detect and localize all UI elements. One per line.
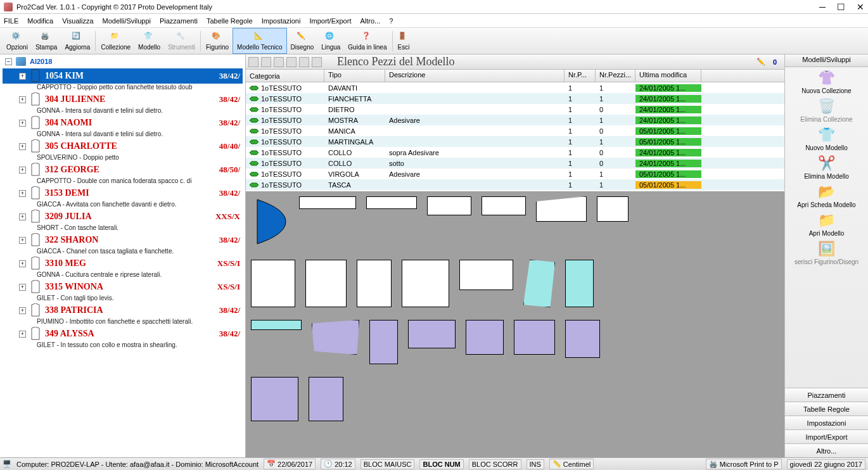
- status-numlock: BLOC NUM: [419, 459, 463, 469]
- model-row[interactable]: + 305 CHARLOTTE 40/40/: [3, 139, 243, 154]
- right-action-apri-modello[interactable]: 📁Apri Modello: [788, 212, 865, 237]
- menu-modellisviluppi[interactable]: Modelli/Sviluppi: [103, 17, 151, 25]
- table-row[interactable]: 1oTESSUTO DAVANTI 1 1 24/01/2005 1...: [246, 82, 784, 93]
- expand-icon[interactable]: +: [19, 120, 26, 127]
- minimize-button[interactable]: ─: [819, 2, 826, 12]
- tool-opzioni[interactable]: ⚙️Opzioni: [3, 28, 32, 54]
- tool-lingua[interactable]: 🌐Lingua: [317, 28, 344, 54]
- model-row[interactable]: + 304 JULIENNE 38/42/: [3, 92, 243, 107]
- model-name: 304 JULIENNE: [45, 94, 105, 105]
- col-descrizione[interactable]: Descrizione: [385, 70, 565, 82]
- expand-icon[interactable]: +: [19, 237, 26, 244]
- col-categoria[interactable]: Categoria: [246, 70, 324, 82]
- expand-icon[interactable]: +: [19, 213, 26, 220]
- mini-tool-1[interactable]: [248, 57, 258, 67]
- table-row[interactable]: 1oTESSUTO COLLO sotto 1 0 24/01/2005 1..…: [246, 158, 784, 168]
- cell-categoria: 1oTESSUTO: [246, 149, 324, 156]
- cell-modifica: 05/01/2005 1...: [635, 181, 701, 189]
- maximize-button[interactable]: ☐: [837, 2, 845, 12]
- menu-tabelleregole[interactable]: Tabelle Regole: [207, 17, 253, 25]
- table-row[interactable]: 1oTESSUTO FIANCHETTA 1 1 24/01/2005 1...: [246, 93, 784, 104]
- model-row[interactable]: + 3310 MEG XS/S/I: [3, 256, 243, 271]
- right-button-altro---[interactable]: Altro...: [785, 443, 868, 457]
- model-description: PIUMINO - Imbottito con fianchette e spa…: [3, 318, 243, 325]
- mini-print-icon[interactable]: [299, 57, 309, 67]
- menu-impostazioni[interactable]: Impostazioni: [262, 17, 301, 25]
- modello tecnico-icon: 📐: [254, 32, 265, 43]
- model-row[interactable]: + 322 SHARON 38/42/: [3, 232, 243, 248]
- model-row[interactable]: + 3153 DEMI 38/42/: [3, 186, 243, 201]
- mini-tool-3[interactable]: [274, 57, 284, 67]
- cell-categoria: 1oTESSUTO: [246, 95, 324, 103]
- tool-collezione[interactable]: 📁Collezione: [97, 28, 134, 54]
- right-action-nuovo-modello[interactable]: 👕Nuovo Modello: [788, 127, 865, 151]
- cell-nrpezzi: 0: [596, 106, 635, 113]
- menu-modifica[interactable]: Modifica: [27, 17, 53, 25]
- tool-disegno[interactable]: ✏️Disegno: [287, 28, 318, 54]
- expand-icon[interactable]: +: [19, 284, 26, 291]
- table-row[interactable]: 1oTESSUTO TASCA 1 1 05/01/2005 1...: [246, 179, 784, 190]
- model-row[interactable]: + 312 GEORGE 48/50/: [3, 162, 243, 177]
- expand-icon[interactable]: +: [19, 331, 26, 338]
- table-row[interactable]: 1oTESSUTO MANICA 1 0 05/01/2005 1...: [246, 125, 784, 136]
- right-action-apri-scheda-modello[interactable]: 📂Apri Scheda Modello: [788, 184, 865, 208]
- menu-visualizza[interactable]: Visualizza: [62, 17, 93, 25]
- cell-nrp: 1: [565, 95, 596, 103]
- model-row[interactable]: + 1054 KIM 38/42/: [3, 68, 243, 84]
- model-row[interactable]: + 338 PATRICIA 38/42/: [3, 303, 243, 318]
- tool-figurino[interactable]: 🎨Figurino: [202, 28, 233, 54]
- expand-icon[interactable]: +: [19, 260, 26, 267]
- mini-tool-2[interactable]: [261, 57, 271, 67]
- model-row[interactable]: + 304 NAOMI 38/42/: [3, 115, 243, 130]
- right-action-nuova-collezione[interactable]: 👚Nuova Collezione: [788, 70, 865, 94]
- close-button[interactable]: ✕: [857, 2, 864, 12]
- menu-[interactable]: ?: [389, 17, 393, 25]
- tool-stampa[interactable]: 🖨️Stampa: [32, 28, 61, 54]
- right-button-piazzamenti[interactable]: Piazzamenti: [785, 388, 868, 402]
- table-row[interactable]: 1oTESSUTO MARTINGALA 1 1 05/01/2005 1...: [246, 136, 784, 147]
- pencil-icon[interactable]: ✏️: [756, 58, 765, 66]
- collapse-icon[interactable]: −: [5, 58, 12, 65]
- table-row[interactable]: 1oTESSUTO COLLO sopra Adesivare 1 0 24/0…: [246, 147, 784, 158]
- col-ultimamodifica[interactable]: Ultima modifica: [635, 70, 701, 82]
- menu-piazzamenti[interactable]: Piazzamenti: [160, 17, 198, 25]
- expand-icon[interactable]: +: [19, 143, 26, 150]
- tool-modello-tecnico[interactable]: 📐Modello Tecnico: [233, 28, 287, 54]
- tool-aggiorna[interactable]: 🔄Aggiorna: [61, 28, 94, 54]
- cell-nrpezzi: 1: [596, 95, 635, 103]
- expand-icon[interactable]: +: [19, 190, 26, 197]
- model-description: SHORT - Con tasche laterali.: [3, 224, 243, 231]
- expand-icon[interactable]: +: [19, 307, 26, 314]
- titlebar: Pro2Cad Ver. 1.0.1 - Copyright © 2017 Pr…: [0, 0, 868, 14]
- table-row[interactable]: 1oTESSUTO DIETRO 1 0 24/01/2005 1...: [246, 104, 784, 115]
- right-button-impostazioni[interactable]: Impostazioni: [785, 416, 868, 429]
- right-button-import-export[interactable]: Import/Export: [785, 429, 868, 443]
- pieces-title: Elenco Pezzi del Modello: [337, 55, 754, 68]
- menu-importexport[interactable]: Import/Export: [309, 17, 351, 25]
- strumenti-icon: 🔧: [176, 32, 188, 43]
- col-nrpezzi[interactable]: Nr.Pezzi...: [596, 70, 635, 82]
- model-row[interactable]: + 349 ALYSSA 38/42/: [3, 326, 243, 341]
- mini-tool-4[interactable]: [286, 57, 297, 67]
- collection-root[interactable]: − AI2018: [3, 57, 243, 66]
- right-button-tabelle-regole[interactable]: Tabelle Regole: [785, 402, 868, 416]
- garment-icon: [29, 327, 42, 341]
- col-nrp[interactable]: Nr.P...: [565, 70, 596, 82]
- tool-modello[interactable]: 👕Modello: [134, 28, 164, 54]
- pattern-preview[interactable]: [246, 191, 784, 457]
- model-row[interactable]: + 3315 WINONA XS/S/I: [3, 279, 243, 295]
- table-row[interactable]: 1oTESSUTO MOSTRA Adesivare 1 1 24/01/200…: [246, 115, 784, 125]
- mini-folder-icon[interactable]: [312, 57, 322, 67]
- expand-icon[interactable]: +: [19, 73, 26, 80]
- menu-altro[interactable]: Altro...: [360, 17, 380, 25]
- col-tipo[interactable]: Tipo: [324, 70, 385, 82]
- model-row[interactable]: + 3209 JULIA XXS/X: [3, 209, 243, 224]
- cell-modifica: 05/01/2005 1...: [635, 170, 701, 178]
- expand-icon[interactable]: +: [19, 96, 26, 103]
- right-action-elimina-modello[interactable]: ✂️Elimina Modello: [788, 155, 865, 180]
- menu-file[interactable]: FILE: [4, 17, 18, 25]
- table-row[interactable]: 1oTESSUTO VIRGOLA Adesivare 1 1 05/01/20…: [246, 168, 784, 179]
- tool-esci[interactable]: 🚪Esci: [394, 28, 414, 54]
- tool-guida-in-linea[interactable]: ❓Guida in linea: [344, 28, 390, 54]
- expand-icon[interactable]: +: [19, 167, 26, 174]
